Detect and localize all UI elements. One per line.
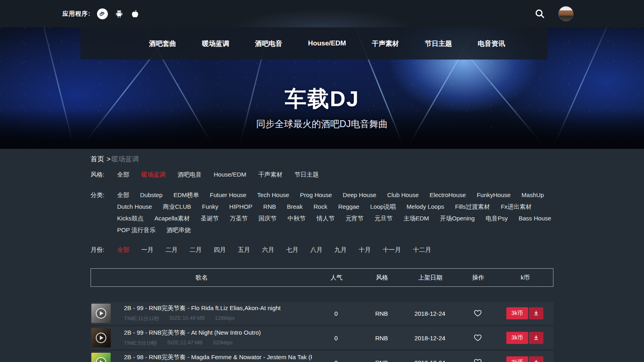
song-title[interactable]: 2B - 99 - RNB完美节奏 - At Night (New Intro … [124,329,261,337]
song-thumbnail[interactable] [91,304,111,323]
style-option[interactable]: 酒吧电音 [178,169,202,180]
nav-item[interactable]: House/EDM [308,39,346,47]
style-option[interactable]: 节日主题 [295,169,319,180]
category-option[interactable]: MashUp [522,189,544,201]
song-row: 2B - 99 - RNB完美节奏 - Flo Rida ft.Liz Elia… [91,302,553,325]
month-option[interactable]: 二月 [190,244,202,255]
nav-item[interactable]: 节日主题 [425,39,452,48]
category-option[interactable]: Loop说唱 [370,201,396,212]
main-nav: 酒吧套曲 暖场蓝调 酒吧电音 House/EDM 干声素材 节日主题 电音资讯 [80,27,547,60]
nav-item[interactable]: 暖场蓝调 [202,39,229,48]
category-option[interactable]: Tech House [257,189,289,201]
month-option[interactable]: 七月 [286,244,298,255]
month-option[interactable]: 五月 [238,244,250,255]
category-option[interactable]: Dubstep [140,189,163,201]
category-option[interactable]: 万圣节 [229,212,248,224]
price-button[interactable]: 3k币 [506,332,528,344]
month-option[interactable]: 二月 [165,244,178,255]
category-option[interactable]: HIPHOP [229,201,253,212]
category-option[interactable]: 圣诞节 [200,212,219,224]
song-meta: TIME:5分19秒 SIZE:12.47 MB 320kbps [124,339,261,347]
category-option[interactable]: Funky [202,201,219,212]
style-option[interactable]: 暖场蓝调 [141,169,165,180]
download-button[interactable] [529,356,543,362]
song-row: 2B - 99 - RNB完美节奏 - At Night (New Intro … [91,327,553,349]
month-option[interactable]: 十二月 [413,244,431,255]
category-option[interactable]: RNB [263,201,276,212]
month-option[interactable]: 六月 [262,244,274,255]
breadcrumb-current: 暖场蓝调 [111,155,139,163]
category-option[interactable]: EDM榜单 [173,189,199,201]
price-button[interactable]: 3k币 [506,307,528,319]
favorite-button[interactable] [473,333,482,342]
search-icon[interactable] [534,8,545,19]
category-option[interactable]: Dutch House [117,201,152,212]
category-option[interactable]: 情人节 [316,212,334,224]
song-title[interactable]: 2B - 98 - RNB完美节奏 - Magda Femme & Nowato… [124,354,312,361]
song-bitrate: 320kbps [213,339,233,347]
breadcrumb-home[interactable]: 首页 [91,155,104,163]
month-option[interactable]: 九月 [334,244,347,255]
category-option[interactable]: Club House [387,189,419,201]
song-genre: RNB [360,335,403,341]
month-option[interactable]: 八月 [310,244,322,255]
category-option[interactable]: 全部 [117,189,129,201]
hero-text: 车载DJ 同步全球最火的酒吧DJ电音舞曲 [0,84,644,130]
category-option[interactable]: Futuer House [210,189,246,201]
style-option[interactable]: 干声素材 [258,169,283,180]
song-info: 2B - 99 - RNB完美节奏 - Flo Rida ft.Liz Elia… [124,304,281,322]
month-option[interactable]: 十月 [359,244,371,255]
category-option[interactable]: Deep House [343,189,376,201]
category-option[interactable]: 中秋节 [287,212,305,224]
hero-title: 车载DJ [0,84,644,114]
nav-item[interactable]: 酒吧电音 [255,39,283,48]
style-option[interactable]: 全部 [117,169,129,180]
paperclip-icon[interactable] [97,8,108,19]
song-thumbnail[interactable] [91,353,111,362]
category-option[interactable]: Prog House [300,189,332,201]
month-option[interactable]: 一月 [141,244,153,255]
category-option[interactable]: 酒吧串烧 [167,224,191,236]
category-option[interactable]: Fills过渡素材 [455,201,490,212]
category-filter-row: 分类: 全部 Dubstep EDM榜单 Futuer House Tech H… [91,189,553,236]
nav-item[interactable]: 电音资讯 [478,39,505,48]
category-option[interactable]: 主场EDM [403,212,429,224]
category-option[interactable]: Bass House [518,212,551,224]
category-option[interactable]: FunkyHouse [477,189,510,201]
hero-banner: 酒吧套曲 暖场蓝调 酒吧电音 House/EDM 干声素材 节日主题 电音资讯 … [0,27,644,149]
download-button[interactable] [529,307,543,319]
category-option[interactable]: Fx进出素材 [501,201,532,212]
category-option[interactable]: Acapella素材 [155,212,190,224]
breadcrumb: 首页>暖场蓝调 [91,154,553,164]
song-action-cell [457,309,499,319]
category-option[interactable]: 电音Psy [485,212,508,224]
month-option[interactable]: 四月 [214,244,226,255]
category-option[interactable]: Break [287,201,303,212]
category-option[interactable]: 商业CLUB [163,201,191,212]
android-icon[interactable] [114,9,124,19]
download-button[interactable] [529,332,543,344]
category-option[interactable]: 元宵节 [345,212,363,224]
price-button[interactable]: 3k币 [506,356,528,362]
apple-icon[interactable] [130,9,140,19]
category-option[interactable]: Rock [314,201,327,212]
avatar[interactable] [558,6,574,21]
category-option[interactable]: ElectroHouse [429,189,466,201]
song-title[interactable]: 2B - 99 - RNB完美节奏 - Flo Rida ft.Liz Elia… [124,304,281,312]
category-option[interactable]: Kicks鼓点 [117,212,144,224]
song-thumbnail[interactable] [91,328,111,348]
nav-item[interactable]: 酒吧套曲 [149,39,176,48]
favorite-button[interactable] [473,358,482,362]
category-option[interactable]: 国庆节 [258,212,277,224]
style-option[interactable]: House/EDM [214,169,246,180]
favorite-button[interactable] [473,309,482,317]
song-genre: RNB [360,359,403,362]
category-option[interactable]: Reggae [338,201,359,212]
nav-item[interactable]: 干声素材 [372,39,399,48]
category-option[interactable]: POP 流行音乐 [117,224,156,236]
month-option[interactable]: 全部 [117,244,129,255]
category-option[interactable]: Melody Loops [407,201,444,212]
month-option[interactable]: 十一月 [383,244,401,255]
category-option[interactable]: 元旦节 [374,212,392,224]
category-option[interactable]: 开场Opening [440,212,475,224]
